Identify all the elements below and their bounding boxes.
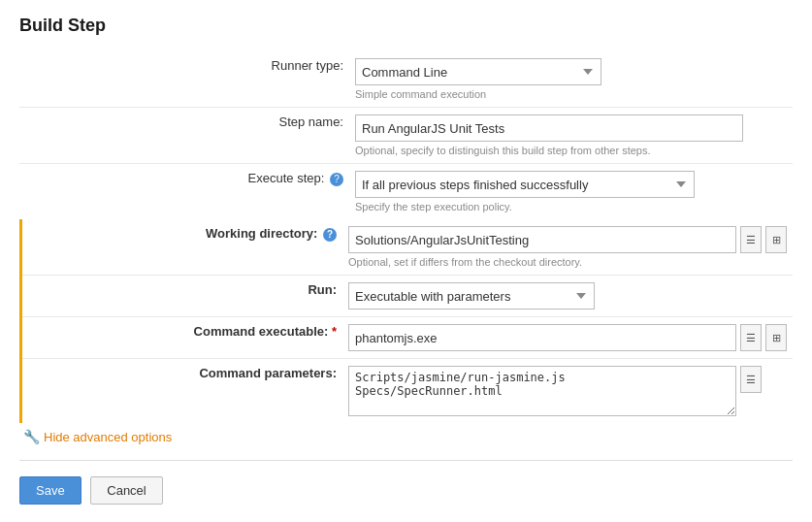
params-insert-icon: ☰ bbox=[746, 374, 756, 386]
working-dir-tree-btn[interactable]: ☰ bbox=[740, 226, 762, 253]
step-name-hint: Optional, specify to distinguish this bu… bbox=[355, 145, 787, 156]
step-name-value-cell: Optional, specify to distinguish this bu… bbox=[349, 108, 793, 164]
cmd-params-row: Command parameters: ☰ bbox=[21, 359, 794, 424]
cmd-params-value-cell: ☰ bbox=[342, 359, 793, 424]
cmd-params-icon-btn[interactable]: ☰ bbox=[740, 366, 762, 393]
working-dir-input-row: ☰ ⊞ bbox=[348, 226, 787, 253]
cmd-params-input-row: ☰ bbox=[348, 366, 787, 416]
insert-var-icon: ⊞ bbox=[772, 332, 781, 344]
form-table: Runner type: Command Line Simple command… bbox=[19, 51, 793, 219]
page-title: Build Step bbox=[19, 16, 793, 36]
cancel-button[interactable]: Cancel bbox=[90, 476, 162, 505]
execute-step-value-cell: If all previous steps finished successfu… bbox=[349, 164, 793, 220]
cmd-exec-input[interactable] bbox=[348, 324, 736, 351]
working-dir-hint: Optional, set if differs from the checko… bbox=[348, 256, 787, 268]
step-name-input[interactable] bbox=[355, 114, 743, 142]
form-divider bbox=[19, 460, 793, 461]
save-button[interactable]: Save bbox=[19, 476, 81, 505]
working-dir-input[interactable] bbox=[348, 226, 736, 253]
run-row: Run: Executable with parameters bbox=[21, 276, 794, 317]
build-step-form: Build Step Runner type: Command Line Sim… bbox=[0, 0, 812, 520]
execute-step-help-icon[interactable]: ? bbox=[330, 173, 343, 186]
required-star: * bbox=[332, 324, 337, 339]
cmd-exec-grid-btn[interactable]: ⊞ bbox=[765, 324, 787, 351]
working-dir-value-cell: ☰ ⊞ Optional, set if differs from the ch… bbox=[342, 219, 793, 276]
run-value-cell: Executable with parameters bbox=[342, 276, 793, 317]
cmd-exec-tree-btn[interactable]: ☰ bbox=[740, 324, 762, 351]
hide-advanced-link[interactable]: 🔧 Hide advanced options bbox=[19, 429, 793, 444]
execute-step-select[interactable]: If all previous steps finished successfu… bbox=[355, 171, 695, 198]
cmd-exec-value-cell: ☰ ⊞ bbox=[342, 317, 793, 359]
run-label: Run: bbox=[21, 276, 343, 317]
runner-type-hint: Simple command execution bbox=[355, 88, 787, 100]
form-actions: Save Cancel bbox=[19, 476, 793, 505]
execute-step-label: Execute step: ? bbox=[19, 164, 349, 220]
advanced-section-table: Working directory: ? ☰ ⊞ Optional, set i… bbox=[19, 219, 793, 423]
working-dir-label: Working directory: ? bbox=[21, 219, 343, 276]
cmd-exec-input-row: ☰ ⊞ bbox=[348, 324, 787, 351]
execute-step-hint: Specify the step execution policy. bbox=[355, 201, 787, 212]
working-dir-grid-btn[interactable]: ⊞ bbox=[765, 226, 787, 253]
working-dir-row: Working directory: ? ☰ ⊞ Optional, set i… bbox=[21, 219, 794, 276]
runner-type-select[interactable]: Command Line bbox=[355, 58, 601, 85]
run-select[interactable]: Executable with parameters bbox=[348, 282, 595, 310]
cmd-exec-row: Command executable: * ☰ ⊞ bbox=[21, 317, 794, 359]
execute-step-row: Execute step: ? If all previous steps fi… bbox=[19, 164, 793, 220]
step-name-label: Step name: bbox=[19, 108, 349, 164]
runner-type-row: Runner type: Command Line Simple command… bbox=[19, 51, 793, 108]
runner-type-label: Runner type: bbox=[19, 51, 349, 108]
cmd-exec-label: Command executable: * bbox=[21, 317, 343, 359]
wrench-icon: 🔧 bbox=[23, 429, 40, 444]
grid-icon: ⊞ bbox=[772, 234, 781, 246]
tree-icon: ☰ bbox=[746, 234, 756, 246]
hide-advanced-label: Hide advanced options bbox=[44, 430, 172, 444]
cmd-params-textarea[interactable] bbox=[348, 366, 736, 416]
step-name-row: Step name: Optional, specify to distingu… bbox=[19, 108, 793, 164]
browse-tree-icon: ☰ bbox=[746, 332, 756, 344]
working-dir-help-icon[interactable]: ? bbox=[323, 228, 337, 242]
cmd-params-label: Command parameters: bbox=[21, 359, 343, 424]
runner-type-value-cell: Command Line Simple command execution bbox=[349, 51, 793, 108]
